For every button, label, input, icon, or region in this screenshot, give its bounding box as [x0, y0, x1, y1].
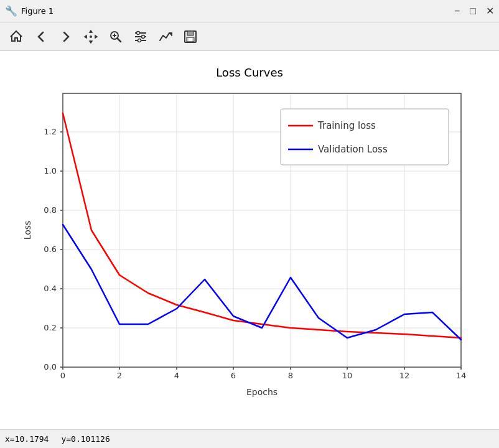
autoscale-icon — [158, 29, 173, 44]
svg-point-10 — [138, 39, 141, 42]
configure-icon — [133, 29, 148, 44]
title-bar: 🔧 Figure 1 − □ ✕ — [0, 0, 499, 22]
svg-point-9 — [142, 35, 145, 38]
forward-button[interactable] — [55, 26, 77, 48]
forward-icon — [59, 30, 73, 44]
save-icon — [183, 29, 198, 44]
status-y-value: y=0.101126 — [61, 434, 110, 444]
svg-point-8 — [137, 31, 140, 34]
svg-text:0.2: 0.2 — [44, 323, 57, 332]
toolbar — [0, 22, 499, 51]
svg-text:1.2: 1.2 — [44, 127, 57, 136]
back-button[interactable] — [30, 26, 52, 48]
maximize-button[interactable]: □ — [470, 6, 476, 16]
legend-validation-label: Validation Loss — [318, 144, 388, 155]
svg-text:12: 12 — [399, 371, 410, 380]
title-bar-left: 🔧 Figure 1 — [5, 5, 54, 17]
svg-text:Epochs: Epochs — [246, 387, 277, 397]
minimize-button[interactable]: − — [454, 6, 460, 16]
autoscale-button[interactable] — [154, 26, 177, 48]
svg-text:0: 0 — [60, 371, 65, 380]
svg-text:0.6: 0.6 — [44, 245, 57, 254]
svg-line-2 — [118, 38, 121, 42]
status-bar: x=10.1794 y=0.101126 — [0, 429, 499, 448]
save-button[interactable] — [179, 26, 202, 48]
chart-svg: 0.0 0.2 0.4 0.6 0.8 1.0 1.2 — [19, 84, 480, 408]
svg-text:10: 10 — [342, 371, 353, 380]
legend-training-label: Training loss — [317, 120, 376, 131]
main-content: Loss Curves 0.0 — [0, 51, 499, 429]
svg-text:4: 4 — [174, 371, 179, 380]
zoom-button[interactable] — [105, 26, 127, 48]
svg-text:0.4: 0.4 — [44, 284, 57, 293]
app-icon: 🔧 — [5, 5, 17, 17]
window-title: Figure 1 — [21, 6, 54, 16]
title-bar-controls: − □ ✕ — [454, 6, 494, 16]
svg-text:1.0: 1.0 — [44, 166, 57, 175]
pan-icon — [83, 29, 98, 44]
svg-point-0 — [90, 35, 92, 38]
back-icon — [34, 30, 48, 44]
svg-text:Loss: Loss — [22, 221, 32, 240]
chart-container: Loss Curves 0.0 — [19, 66, 480, 414]
svg-text:0.0: 0.0 — [44, 362, 57, 371]
svg-rect-64 — [281, 109, 449, 165]
svg-text:8: 8 — [288, 371, 293, 380]
svg-rect-12 — [187, 31, 194, 35]
status-x-value: x=10.1794 — [5, 434, 49, 444]
chart-title: Loss Curves — [19, 66, 480, 79]
close-button[interactable]: ✕ — [486, 6, 494, 16]
home-button[interactable] — [5, 26, 27, 48]
svg-text:2: 2 — [117, 371, 122, 380]
configure-button[interactable] — [129, 26, 152, 48]
svg-text:0.8: 0.8 — [44, 205, 57, 215]
pan-button[interactable] — [80, 26, 102, 48]
svg-text:6: 6 — [231, 371, 236, 380]
chart-area: 0.0 0.2 0.4 0.6 0.8 1.0 1.2 — [19, 84, 480, 408]
svg-rect-14 — [189, 38, 192, 41]
home-icon — [9, 29, 24, 44]
zoom-icon — [108, 29, 123, 44]
svg-text:14: 14 — [456, 371, 467, 380]
